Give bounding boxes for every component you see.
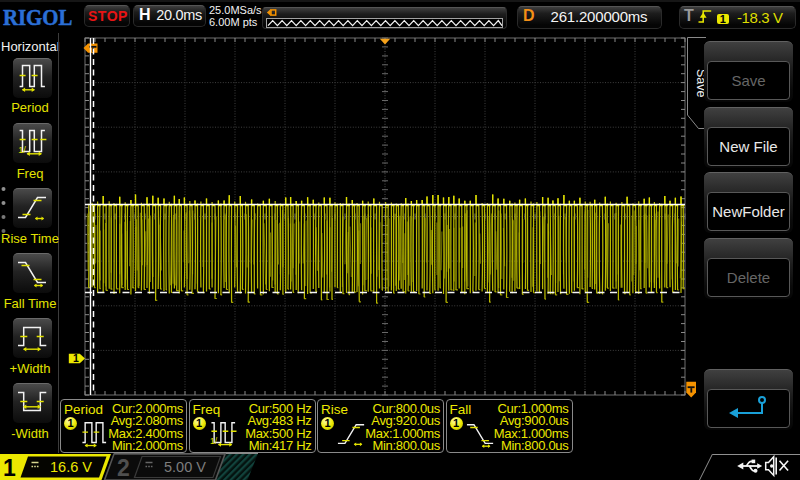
svg-text:5.00 V: 5.00 V [164,459,206,475]
svg-text:1: 1 [3,455,16,480]
svg-text:2: 2 [117,455,130,480]
svg-text:16.6 V: 16.6 V [50,459,92,475]
svg-text:1/: 1/ [210,436,218,446]
svg-text:1: 1 [73,352,79,364]
svg-text:1/: 1/ [18,145,26,155]
